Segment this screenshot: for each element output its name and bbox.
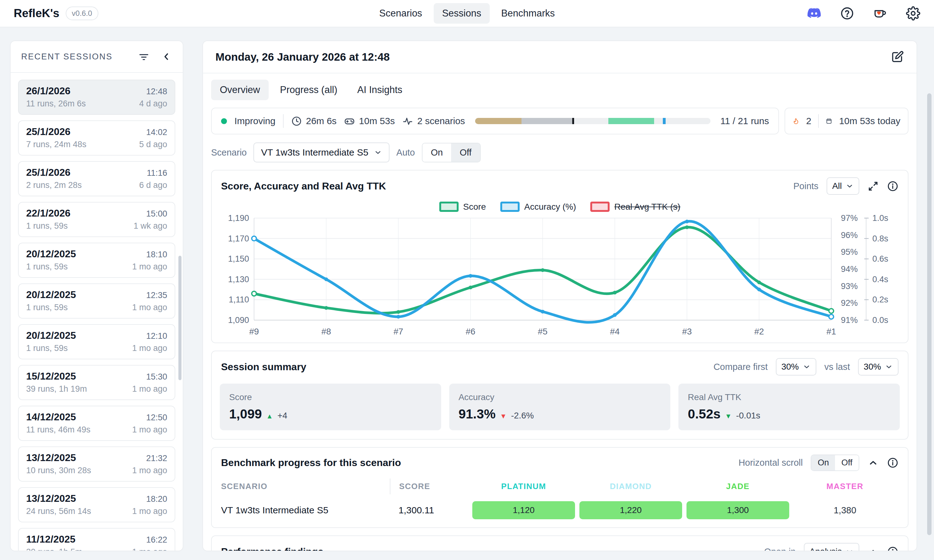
help-icon[interactable]	[840, 6, 854, 20]
summary-tools: Compare first 30% vs last 30%	[714, 358, 899, 375]
trend-dot	[221, 118, 227, 124]
session-list: 26/1/2026 12:48 11 runs, 26m 6s 4 d ago …	[11, 73, 183, 551]
svg-text:97%: 97%	[841, 214, 858, 223]
nav-tab-sessions[interactable]: Sessions	[434, 3, 490, 24]
tab-ai-insights[interactable]: AI Insights	[349, 80, 411, 100]
benchmark-header: Benchmark progress for this scenario Hor…	[212, 448, 908, 478]
hscroll-toggle-off[interactable]: Off	[835, 455, 858, 471]
session-ago: 1 mo ago	[132, 384, 167, 394]
session-meta: 11 runs, 26m 6s	[26, 99, 86, 109]
chevron-down-icon	[374, 148, 382, 157]
session-meta: 1 runs, 59s	[26, 303, 68, 312]
benchmark-tools: Horizontal scroll OnOff	[738, 455, 899, 471]
session-ago: 6 d ago	[139, 180, 167, 190]
session-body: OverviewProgress (all)AI Insights Improv…	[203, 80, 917, 551]
auto-toggle[interactable]: OnOff	[422, 143, 481, 162]
session-date: 15/12/2025	[26, 371, 76, 382]
points-label: Points	[793, 181, 818, 191]
benchmark-col-scenario: SCENARIO	[221, 482, 399, 491]
summary-card-real-avg-ttk: Real Avg TTK0.52s▼-0.01s	[678, 384, 900, 430]
findings-info-icon[interactable]	[887, 546, 899, 552]
session-date: 20/12/2025	[26, 248, 76, 260]
svg-text:0.4s: 0.4s	[872, 275, 888, 284]
calendar-icon	[826, 115, 832, 127]
page-scrollbar[interactable]	[927, 93, 931, 535]
line-chart[interactable]: 1,0901,1101,1301,1501,1701,19091%92%93%9…	[219, 213, 900, 338]
session-time: 15:30	[146, 372, 167, 382]
chart-tools: Points All	[793, 177, 899, 195]
session-list-item[interactable]: 13/12/2025 18:20 24 runs, 56m 14s 1 mo a…	[18, 487, 175, 522]
session-date: 25/1/2026	[26, 126, 70, 137]
collapse-section-icon[interactable]	[868, 457, 879, 469]
progress-segment	[521, 118, 572, 124]
tab-overview[interactable]: Overview	[211, 80, 269, 100]
benchmark-info-icon[interactable]	[887, 457, 899, 469]
open-in-select[interactable]: Analysis	[804, 543, 859, 551]
session-list-item[interactable]: 20/12/2025 12:10 1 runs, 59s 1 mo ago	[18, 324, 175, 359]
benchmark-table-row: VT 1w3ts Intermediate S51,300.111,1201,2…	[212, 501, 908, 519]
hscroll-toggle[interactable]: OnOff	[811, 455, 859, 471]
session-list-item[interactable]: 15/12/2025 15:30 39 runs, 1h 19m 1 mo ag…	[18, 365, 175, 400]
session-list-item[interactable]: 13/12/2025 21:32 10 runs, 30m 28s 1 mo a…	[18, 446, 175, 482]
nav-tab-benchmarks[interactable]: Benchmarks	[493, 3, 563, 24]
summary-cards: Score1,099▲+4Accuracy91.3%▼-2.6%Real Avg…	[212, 382, 908, 439]
streak-count: 2	[806, 116, 811, 126]
session-list-item[interactable]: 25/1/2026 14:02 7 runs, 24m 48s 5 d ago	[18, 120, 175, 155]
session-list-item[interactable]: 20/12/2025 18:10 1 runs, 59s 1 mo ago	[18, 243, 175, 278]
svg-text:1.0s: 1.0s	[872, 214, 888, 223]
legend-item[interactable]: Accuracy (%)	[500, 202, 576, 212]
session-ago: 1 mo ago	[132, 343, 167, 353]
auto-toggle-on[interactable]: On	[422, 143, 452, 162]
chart-info-icon[interactable]	[887, 180, 899, 192]
session-list-item[interactable]: 20/12/2025 12:35 1 runs, 59s 1 mo ago	[18, 283, 175, 318]
session-list-item[interactable]: 25/1/2026 11:16 2 runs, 2m 28s 6 d ago	[18, 161, 175, 196]
scenarios-stat: 2 scenarios	[402, 116, 465, 127]
main-nav: ScenariosSessionsBenchmarks	[371, 3, 563, 24]
sidebar-scrollbar[interactable]	[179, 256, 182, 380]
divider	[283, 114, 284, 128]
collapse-sidebar-icon[interactable]	[160, 51, 172, 63]
session-list-item[interactable]: 11/12/2025 16:22 30 runs, 1h 5m 1 mo ago	[18, 528, 175, 551]
session-ago: 1 wk ago	[134, 221, 167, 231]
session-list-item[interactable]: 22/1/2026 15:00 1 runs, 59s 1 wk ago	[18, 202, 175, 237]
tab-progress-all-[interactable]: Progress (all)	[271, 80, 346, 100]
svg-text:0.0s: 0.0s	[872, 315, 888, 325]
summary-card-accuracy: Accuracy91.3%▼-2.6%	[449, 384, 670, 430]
session-ago: 5 d ago	[139, 140, 167, 149]
session-time: 16:22	[146, 535, 167, 545]
session-time: 14:02	[146, 128, 167, 137]
settings-gear-icon[interactable]	[906, 6, 920, 20]
session-meta: 1 runs, 59s	[26, 343, 68, 353]
hscroll-toggle-on[interactable]: On	[811, 455, 835, 471]
chart-title: Score, Accuracy and Real Avg TTK	[221, 180, 386, 192]
legend-swatch	[500, 202, 519, 212]
scenario-select[interactable]: VT 1w3ts Intermediate S5	[253, 143, 390, 162]
nav-tab-scenarios[interactable]: Scenarios	[371, 3, 431, 24]
legend-item[interactable]: Real Avg TTK (s)	[590, 202, 680, 212]
auto-toggle-off[interactable]: Off	[451, 143, 480, 162]
session-list-item[interactable]: 14/12/2025 12:50 11 runs, 46m 49s 1 mo a…	[18, 406, 175, 441]
discord-icon[interactable]	[807, 6, 821, 20]
session-list-item[interactable]: 26/1/2026 12:48 11 runs, 26m 6s 4 d ago	[18, 80, 175, 115]
expand-chart-icon[interactable]	[868, 180, 879, 192]
findings-section: Performance findings Open in Analysis	[211, 535, 908, 551]
svg-text:1,150: 1,150	[228, 254, 249, 263]
legend-swatch	[439, 202, 459, 212]
session-meta: 2 runs, 2m 28s	[26, 180, 82, 190]
svg-text:#1: #1	[826, 327, 836, 336]
session-date: 25/1/2026	[26, 167, 70, 178]
legend-item[interactable]: Score	[439, 202, 486, 212]
progress-segment	[666, 118, 711, 124]
recent-sessions-header: RECENT SESSIONS	[11, 41, 183, 73]
svg-text:0.2s: 0.2s	[872, 295, 888, 304]
collapse-section-icon[interactable]	[868, 546, 879, 552]
filter-icon[interactable]	[138, 51, 150, 63]
kofi-support-icon[interactable]	[873, 6, 887, 20]
compare-last-select[interactable]: 30%	[858, 358, 899, 375]
points-select[interactable]: All	[826, 177, 859, 195]
svg-text:0.8s: 0.8s	[872, 234, 888, 243]
compare-first-select[interactable]: 30%	[776, 358, 816, 375]
edit-session-note-icon[interactable]	[891, 50, 904, 64]
svg-text:#3: #3	[682, 327, 692, 336]
benchmark-tier-master: 1,380	[791, 505, 899, 515]
